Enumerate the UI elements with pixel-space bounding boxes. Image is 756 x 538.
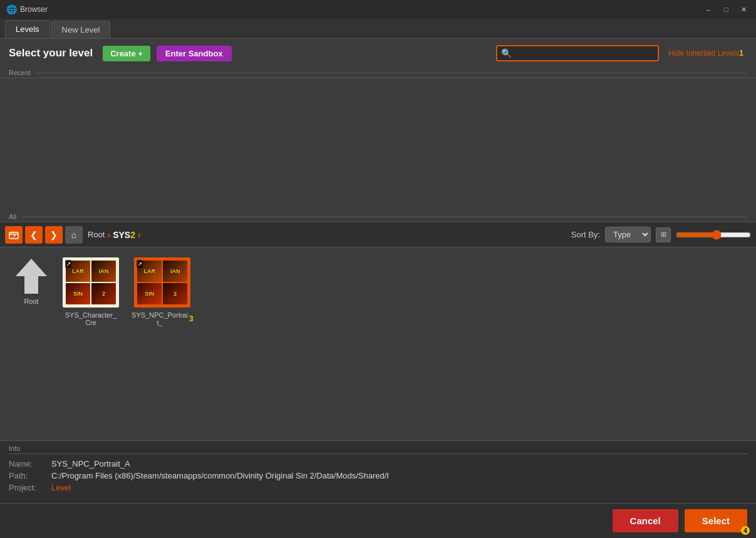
file-label-character: SYS_Character_Cre — [63, 311, 119, 326]
select-level-label: Select your level — [9, 47, 93, 59]
bottom-bar: Cancel Select 4 — [0, 503, 756, 538]
hide-inherited-number: 1 — [739, 49, 743, 58]
home-button[interactable]: ⌂ — [65, 226, 83, 244]
thumb-cell-3: SIN — [66, 283, 90, 304]
info-project-row: Project: Level — [9, 483, 747, 492]
info-name-val: SYS_NPC_Portrait_A — [51, 459, 130, 468]
breadcrumb-sys[interactable]: SYS2 — [113, 230, 135, 240]
file-thumb-npc: ↗ LAR IAN SIN 2 — [134, 257, 190, 308]
tab-bar: Levels New Level — [0, 19, 756, 39]
hide-inherited-label: Hide Inherited Levels — [669, 49, 740, 58]
breadcrumb-sep-1: › — [107, 230, 110, 240]
search-box: 🔍 — [496, 45, 659, 61]
breadcrumb: Root › SYS2 › — [88, 230, 141, 240]
cancel-button[interactable]: Cancel — [613, 509, 678, 532]
view-grid-button[interactable]: ⊞ — [656, 227, 671, 242]
thumb-cell-7: SIN — [137, 283, 162, 304]
create-button[interactable]: Create + — [103, 46, 150, 61]
file-thumb-character: ↗ LAR IAN SIN 2 — [63, 257, 119, 308]
thumb-cell-4: 2 — [91, 283, 116, 304]
window-controls: – □ ✕ — [702, 3, 750, 16]
svg-marker-2 — [16, 259, 47, 294]
breadcrumb-root[interactable]: Root — [88, 230, 105, 239]
header: Select your level Create + Enter Sandbox… — [0, 39, 756, 66]
sandbox-button[interactable]: Enter Sandbox — [157, 46, 232, 61]
file-label-npc: SYS_NPC_Portrait_ — [132, 311, 188, 326]
info-name-key: Name: — [9, 459, 46, 468]
new-folder-button[interactable]: ↗ — [5, 226, 23, 244]
up-arrow-item[interactable]: Root — [13, 257, 50, 305]
info-bar: Info Name: SYS_NPC_Portrait_A Path: C:/P… — [0, 440, 756, 503]
size-slider[interactable] — [676, 230, 751, 240]
title-bar: 🌐 Browser – □ ✕ — [0, 0, 756, 19]
tab-new-level[interactable]: New Level — [51, 21, 111, 38]
link-icon-2: ↗ — [137, 260, 143, 268]
select-button[interactable]: Select 4 — [685, 509, 747, 532]
thumb-cell-8: 2 — [163, 283, 187, 304]
all-label: All — [0, 210, 756, 222]
breadcrumb-sys-number: 2 — [130, 230, 135, 240]
up-arrow-label: Root — [24, 297, 38, 305]
close-button[interactable]: ✕ — [737, 3, 750, 16]
nav-next-button[interactable]: ❯ — [45, 226, 63, 244]
all-section: All ↗ ❮ ❯ ⌂ Root › SYS2 — [0, 210, 756, 503]
maximize-button[interactable]: □ — [720, 3, 732, 16]
info-path-key: Path: — [9, 471, 46, 480]
file-grid: Root ↗ LAR IAN SIN — [0, 247, 756, 440]
minimize-button[interactable]: – — [702, 3, 715, 16]
main: Select your level Create + Enter Sandbox… — [0, 39, 756, 538]
all-toolbar: ↗ ❮ ❯ ⌂ Root › SYS2 › Sort By: Type Name — [0, 222, 756, 247]
info-project-val: Level — [51, 483, 71, 492]
search-input[interactable] — [515, 49, 654, 58]
info-name-row: Name: SYS_NPC_Portrait_A — [9, 459, 747, 468]
tab-levels[interactable]: Levels — [5, 20, 50, 38]
app-icon: 🌐 — [6, 4, 16, 14]
thumb-cell-6: IAN — [163, 261, 187, 282]
select-label: Select — [702, 515, 730, 526]
svg-text:↗: ↗ — [12, 234, 16, 239]
info-project-key: Project: — [9, 483, 46, 492]
info-path-val: C:/Program Files (x86)/Steam/steamapps/c… — [51, 471, 389, 480]
file-npc-number: 3 — [189, 314, 194, 323]
file-item-character[interactable]: ↗ LAR IAN SIN 2 SYS — [63, 257, 119, 326]
search-icon: 🔍 — [501, 48, 512, 58]
app-title: Browser — [20, 5, 702, 14]
info-title: Info — [9, 445, 747, 454]
browser-body: Recent All ↗ ❮ ❯ ⌂ — [0, 66, 756, 503]
hide-inherited-button[interactable]: Hide Inherited Levels1 — [665, 46, 747, 60]
view-toggle: ⊞ — [656, 227, 671, 242]
thumb-cell-2: IAN — [91, 261, 116, 282]
file-item-npc[interactable]: ↗ LAR IAN SIN 2 — [132, 257, 194, 326]
link-icon-1: ↗ — [65, 260, 71, 268]
recent-label: Recent — [0, 66, 756, 78]
breadcrumb-sep-2: › — [138, 230, 141, 240]
nav-prev-button[interactable]: ❮ — [25, 226, 43, 244]
sort-by-label: Sort By: — [571, 230, 600, 239]
sort-select[interactable]: Type Name Date — [605, 227, 651, 242]
select-badge: 4 — [741, 526, 750, 535]
recent-section: Recent — [0, 66, 756, 210]
info-path-row: Path: C:/Program Files (x86)/Steam/steam… — [9, 471, 747, 480]
recent-content — [0, 78, 756, 204]
up-arrow-icon — [13, 257, 50, 295]
sort-area: Sort By: Type Name Date ⊞ — [571, 227, 751, 242]
